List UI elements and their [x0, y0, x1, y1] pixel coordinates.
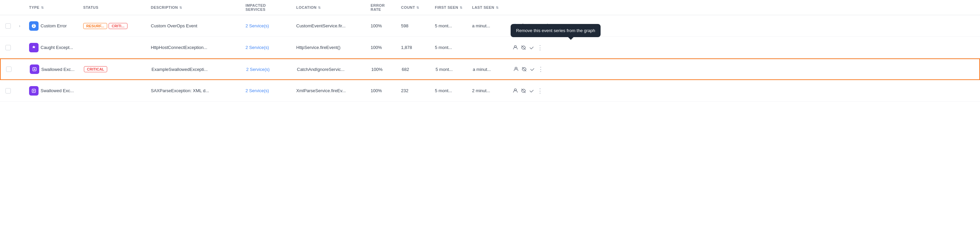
header-checkbox [3, 0, 16, 15]
sort-icon-type[interactable]: ⇅ [41, 6, 44, 9]
row3-checkbox[interactable] [6, 66, 11, 72]
row2-status-cell [81, 44, 148, 51]
row2-count-cell: 1,878 [398, 41, 432, 54]
row3-hide-icon[interactable] [522, 66, 527, 73]
header-status: STATUS [81, 0, 148, 15]
row4-type-icon [29, 86, 38, 96]
row2-hide-icon[interactable]: Remove this event series from the graph [521, 44, 526, 51]
row1-expand-cell: › [16, 20, 26, 32]
row4-count: 232 [401, 88, 409, 93]
row2-description: HttpHostConnectException... [151, 45, 207, 50]
sort-icon-description[interactable]: ⇅ [179, 6, 182, 9]
row1-dashboard-icon[interactable] [513, 23, 517, 29]
sort-icon-first-seen[interactable]: ⇅ [460, 6, 462, 9]
row1-status-cell: RESURF... CRITI... [81, 20, 148, 32]
row1-last-seen-cell: a minut... [469, 20, 510, 32]
svg-line-10 [522, 89, 525, 93]
row2-first-seen: 5 mont... [435, 45, 452, 50]
row4-checkbox[interactable] [5, 88, 11, 93]
row3-first-seen: 5 mont... [436, 67, 453, 72]
row3-checkbox-cell [3, 63, 17, 75]
row1-first-seen-cell: 5 mont... [432, 20, 469, 32]
row2-count: 1,878 [401, 45, 412, 50]
row1-location-cell: CustomEventService.fir... [294, 20, 368, 32]
row3-services-cell: 2 Service(s) [243, 63, 294, 75]
sort-icon-location[interactable]: ⇅ [318, 6, 321, 9]
row3-expand-cell [17, 66, 27, 73]
row4-error-rate: 100% [371, 88, 382, 93]
row4-count-cell: 232 [398, 85, 432, 96]
svg-line-4 [522, 46, 525, 50]
row2-user-icon[interactable] [513, 44, 518, 51]
row3-last-seen: a minut... [473, 67, 491, 72]
table-row: › Custom Error RESURF... CRITI... Custom… [0, 15, 980, 37]
row4-error-rate-cell: 100% [368, 85, 398, 96]
row2-type-icon [29, 43, 38, 52]
row4-hide-icon[interactable] [521, 87, 526, 94]
row3-badge-critical: CRITICAL [84, 66, 107, 72]
sort-icon-count[interactable]: ⇅ [416, 6, 419, 9]
row2-actions-cell: Remove this event series from the graph … [510, 41, 537, 54]
row3-resolve-icon[interactable] [530, 66, 535, 73]
row1-last-seen: a minut... [472, 23, 490, 28]
header-error-rate: ERROR RATE [368, 0, 398, 15]
svg-rect-0 [513, 24, 517, 27]
row1-type-icon [29, 21, 38, 31]
header-count: COUNT ⇅ [398, 0, 432, 15]
row4-status-cell [81, 87, 148, 94]
svg-line-7 [522, 67, 526, 71]
row2-type-cell: Caught Except... [26, 39, 81, 56]
row3-location-cell: CatchAndIgnoreServic... [294, 63, 369, 75]
row4-services-link[interactable]: 2 Service(s) [245, 88, 269, 93]
row1-error-rate-cell: 100% [368, 20, 398, 32]
row1-user-icon[interactable] [520, 23, 525, 29]
row1-more-icon[interactable]: ⋮ [544, 23, 550, 29]
row2-type-label: Caught Except... [41, 45, 73, 50]
row1-services-cell: 2 Service(s) [243, 20, 294, 32]
row1-checkbox[interactable] [5, 23, 11, 29]
row4-last-seen-cell: 2 minut... [469, 85, 510, 96]
row1-expand-icon[interactable]: › [19, 24, 20, 28]
events-table: TYPE ⇅ STATUS DESCRIPTION ⇅ IMPACTED SER… [0, 0, 980, 102]
row4-resolve-icon[interactable] [529, 87, 534, 94]
row3-status-cell: CRITICAL [81, 63, 149, 76]
table-row: Swallowed Exc... CRITICAL ExampleSwallow… [0, 58, 980, 80]
row1-actions-cell: ⋮ [510, 19, 537, 33]
row1-resolve-icon[interactable] [536, 23, 542, 29]
row1-type-label: Custom Error [41, 23, 67, 28]
row2-services-cell: 2 Service(s) [243, 41, 294, 54]
row4-user-icon[interactable] [513, 87, 518, 94]
header-description: DESCRIPTION ⇅ [148, 0, 243, 15]
sort-icon-last-seen[interactable]: ⇅ [496, 6, 498, 9]
row4-location: XmlParseService.fireEv... [296, 88, 345, 93]
row3-more-icon[interactable]: ⋮ [538, 66, 544, 73]
row3-last-seen-cell: a minut... [470, 63, 511, 75]
row3-user-icon[interactable] [513, 66, 519, 73]
row1-first-seen: 5 mont... [435, 23, 452, 28]
row2-checkbox[interactable] [5, 45, 11, 50]
row2-services-link[interactable]: 2 Service(s) [245, 45, 269, 50]
row4-actions-cell: ⋮ [510, 84, 537, 98]
table-header: TYPE ⇅ STATUS DESCRIPTION ⇅ IMPACTED SER… [0, 0, 980, 15]
row1-services-link[interactable]: 2 Service(s) [245, 23, 269, 28]
header-type: TYPE ⇅ [26, 0, 81, 15]
row4-more-icon[interactable]: ⋮ [537, 87, 543, 94]
row2-resolve-icon[interactable] [529, 44, 534, 51]
table-row: Caught Except... HttpHostConnectExceptio… [0, 37, 980, 58]
row4-expand-cell [16, 87, 26, 94]
row3-location: CatchAndIgnoreServic... [297, 67, 345, 72]
row4-last-seen: 2 minut... [472, 88, 490, 93]
row3-error-rate: 100% [371, 67, 382, 72]
row2-first-seen-cell: 5 mont... [432, 41, 469, 54]
row1-location: CustomEventService.fir... [296, 23, 345, 28]
row3-description: ExampleSwallowedExcepti... [151, 67, 208, 72]
header-impacted-services: IMPACTED SERVICES [243, 0, 294, 15]
row2-more-icon[interactable]: ⋮ [537, 44, 543, 51]
row4-services-cell: 2 Service(s) [243, 85, 294, 96]
row3-count-cell: 682 [399, 63, 433, 75]
header-expand [16, 0, 26, 15]
row3-services-link[interactable]: 2 Service(s) [246, 67, 269, 72]
row2-expand-cell [16, 44, 26, 51]
row1-hide-icon[interactable] [528, 23, 534, 29]
row1-count-cell: 598 [398, 20, 432, 32]
